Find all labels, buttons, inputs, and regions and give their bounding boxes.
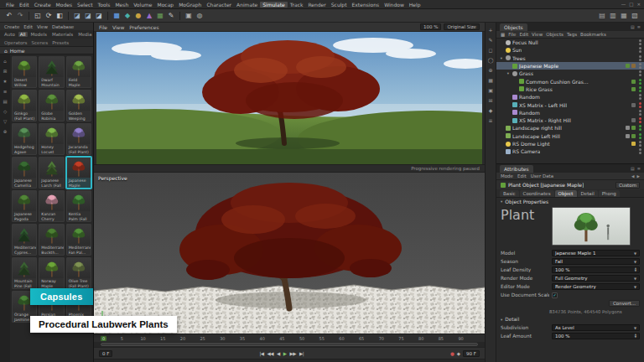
object-row-xs-matrix-left-hill[interactable]: XS Matrix - Left Hill: [496, 101, 644, 108]
asset-side-icon[interactable]: ≡: [3, 89, 8, 94]
timeline-tick[interactable]: 20: [180, 336, 200, 341]
visibility-dot[interactable]: [639, 106, 641, 108]
objects-menu-tags[interactable]: Tags: [567, 32, 577, 37]
asset-thumbnail-japanese-pagoda-tree[interactable]: Japanese Pagoda Tree ...: [12, 190, 37, 222]
visibility-dots[interactable]: [639, 125, 641, 131]
viewport-perspective[interactable]: Perspective: [94, 173, 485, 334]
timeline-tick[interactable]: 90: [458, 336, 478, 341]
visibility-dot[interactable]: [639, 86, 641, 89]
asset-side-icon[interactable]: ⊞: [3, 69, 8, 74]
mode-tool-icon[interactable]: ⊕: [488, 67, 492, 73]
mode-tool-icon[interactable]: ◯: [488, 57, 494, 63]
object-row-japanese-maple[interactable]: Japanese Maple: [496, 62, 644, 70]
visibility-dots[interactable]: [639, 110, 641, 116]
filter-models[interactable]: Models: [29, 32, 49, 37]
attr-tab-coordinates[interactable]: Coordinates: [520, 190, 554, 197]
down-arrow[interactable]: ▼: [635, 270, 636, 272]
object-row-trees[interactable]: ▾Trees: [496, 54, 644, 62]
menu-create[interactable]: Create: [32, 2, 54, 8]
current-frame-field[interactable]: 0 F: [99, 350, 112, 357]
toolbar-icon[interactable]: ◆: [123, 13, 132, 19]
asset-thumbnail-ginkgo-fall-plant[interactable]: Ginkgo (Fall Plant): [12, 90, 37, 122]
visibility-dot[interactable]: [639, 55, 641, 58]
object-tag[interactable]: [631, 142, 636, 146]
visibility-dot[interactable]: [639, 117, 641, 120]
asset-thumbnail-japanese-camellia-fal[interactable]: Japanese Camellia (Fal...: [12, 157, 37, 189]
asset-menu-create[interactable]: Create: [4, 24, 19, 29]
visibility-dot[interactable]: [639, 137, 641, 139]
toolbar-icon[interactable]: ▦: [620, 13, 628, 19]
toolbar-icon[interactable]: ▥: [609, 13, 617, 19]
visibility-dot[interactable]: [639, 152, 641, 154]
object-row-grass[interactable]: ▾Grass: [496, 70, 644, 77]
tab-objects[interactable]: Objects: [500, 23, 527, 31]
visibility-dot[interactable]: [639, 113, 641, 116]
pv-menu-file[interactable]: File: [99, 24, 107, 30]
menu-edit[interactable]: Edit: [17, 2, 32, 8]
stepper-arrows[interactable]: ▲▼: [635, 267, 636, 272]
asset-thumbnail-golden-weeping-willo[interactable]: Golden Weeping Willo...: [66, 90, 91, 122]
timeline-tick[interactable]: 30: [220, 336, 240, 341]
asset-thumbnail-globe-robinia-fall-pla[interactable]: Globe Robinia (Fall Pla...: [39, 90, 64, 122]
toolbar-icon[interactable]: ⟳: [44, 13, 53, 19]
asset-side-icon[interactable]: ◇: [3, 109, 7, 114]
object-tag[interactable]: [631, 134, 636, 138]
timeline-tick[interactable]: 45: [279, 336, 299, 341]
menu-render[interactable]: Render: [305, 2, 328, 8]
menu-character[interactable]: Character: [204, 2, 234, 8]
transport-control-button[interactable]: ◀◀: [267, 351, 273, 356]
filter-all[interactable]: All: [18, 32, 28, 37]
asset-thumbnail-mediterranean-buckth[interactable]: Mediterranean Buckth...: [39, 224, 64, 256]
checkbox-use-document-scale[interactable]: ✓: [552, 292, 558, 298]
visibility-dot[interactable]: [639, 66, 641, 69]
filter-media[interactable]: Media: [76, 32, 94, 37]
asset-side-icon[interactable]: ★: [3, 79, 8, 84]
visibility-dot[interactable]: [639, 125, 641, 127]
key-control-button[interactable]: ◆: [457, 351, 460, 356]
visibility-dot[interactable]: [639, 102, 641, 105]
toolbar-icon[interactable]: ◪: [95, 13, 103, 19]
object-row-random[interactable]: Random: [496, 93, 644, 101]
timeline-tick[interactable]: 65: [359, 336, 379, 341]
attr-tab-detail[interactable]: Detail: [578, 190, 598, 197]
end-frame-field[interactable]: 90 F: [463, 350, 480, 357]
visibility-dot[interactable]: [639, 39, 641, 42]
mode-tool-icon[interactable]: ◆: [489, 107, 493, 113]
object-tag[interactable]: [626, 126, 630, 130]
field-editor-mode-dropdown[interactable]: Render Geometry▼: [552, 283, 640, 290]
asset-thumbnail-norway-maple-fall-pl[interactable]: Norway Maple (Fall Pl...: [39, 257, 64, 289]
window-button[interactable]: —: [621, 2, 626, 7]
button-convert[interactable]: Convert...: [609, 300, 640, 307]
asset-menu-edit[interactable]: Edit: [23, 24, 33, 29]
menu-modes[interactable]: Modes: [54, 2, 75, 8]
pv-menu-view[interactable]: View: [112, 24, 124, 30]
toolbar-icon[interactable]: ◱: [34, 13, 42, 19]
attributes-panel-header-icons[interactable]: ▤≡: [631, 166, 641, 171]
object-row-xs-matrix-right-hill[interactable]: XS Matrix - Right Hill: [496, 116, 644, 124]
menu-mocap[interactable]: Mocap: [155, 2, 177, 8]
toolbar-icon[interactable]: ◪: [73, 13, 81, 19]
asset-thumbnail-honey-locust-sunburs[interactable]: Honey Locust 'Sunburs...: [39, 123, 64, 155]
objects-menu-view[interactable]: View: [532, 32, 543, 37]
field-leaf-density-input[interactable]: 100 %▲▼: [552, 266, 640, 273]
menu-file[interactable]: File: [3, 2, 17, 8]
subtab-scenes[interactable]: Scenes: [31, 40, 48, 45]
menu-track[interactable]: Track: [288, 2, 306, 8]
visibility-dots[interactable]: [639, 63, 641, 69]
object-tag[interactable]: [631, 64, 636, 68]
visibility-dot[interactable]: [639, 79, 641, 81]
object-row-landscape-right-hill[interactable]: Landscape right hill: [496, 124, 644, 132]
transport-control-button[interactable]: ▶▶: [289, 351, 295, 356]
attr-tab-basic[interactable]: Basic: [500, 190, 519, 197]
timeline-tick[interactable]: 35: [240, 336, 260, 341]
timeline-tick[interactable]: 25: [200, 336, 220, 341]
asset-thumbnail-dwarf-mountain-pine[interactable]: Dwarf Mountain Pine (...: [39, 56, 64, 88]
visibility-dots[interactable]: [639, 79, 641, 85]
toolbar-icon[interactable]: ✎: [167, 13, 175, 19]
visibility-dot[interactable]: [639, 97, 641, 100]
asset-thumbnail-mediterranean-cypres[interactable]: Mediterranean Cypres...: [12, 224, 37, 256]
timeline-tick[interactable]: 15: [160, 336, 180, 341]
visibility-dots[interactable]: [639, 47, 641, 53]
toolbar-icon[interactable]: ▲: [145, 13, 153, 19]
attr-tab-phong[interactable]: Phong: [599, 190, 620, 197]
